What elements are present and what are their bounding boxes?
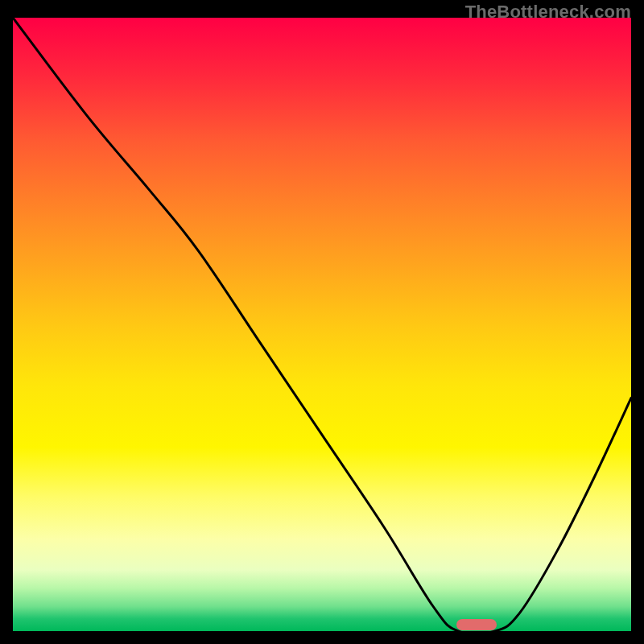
chart-curve-svg [13,18,631,631]
chart-plot-area [13,18,631,631]
optimum-marker [456,619,497,630]
watermark-text: TheBottleneck.com [465,2,631,23]
bottleneck-curve-path [13,18,631,631]
